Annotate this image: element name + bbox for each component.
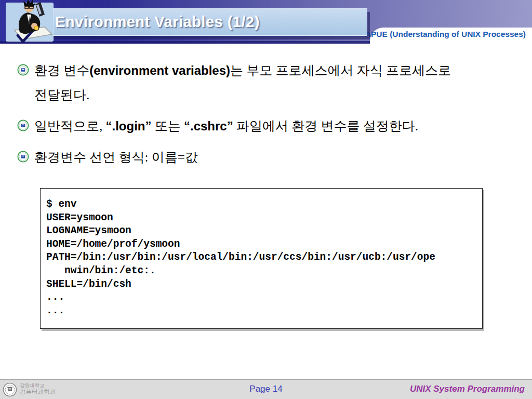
bullet-list: 환경 변수(environment variables)는 부모 프로세스에서 … [17,58,516,176]
bullet-text: 환경 변수(environment variables)는 부모 프로세스에서 … [34,58,451,107]
course-subtitle: APUE (Understanding of UNIX Processes) [365,30,526,39]
university-emblem-icon [17,64,29,78]
terminal-output-box: $ env USER=ysmoon LOGNAME=ysmoon HOME=/h… [40,188,483,329]
person-writing-icon [2,0,56,46]
bullet-item: 환경변수 선언 형식: 이름=값 [17,145,516,169]
bullet-text: 환경변수 선언 형식: 이름=값 [34,145,198,169]
title-bar: Environment Variables (1/2) [18,8,367,36]
footer-bar: 강원대학교 컴퓨터과학과 Page 14 UNIX System Program… [0,379,532,399]
slide: APUE (Understanding of UNIX Processes) E… [0,0,532,399]
course-name: UNIX System Programming [410,384,525,394]
bullet-item: 일반적으로, “.login” 또는 “.cshrc” 파일에서 환경 변수를 … [17,114,516,138]
bullet-text: 일반적으로, “.login” 또는 “.cshrc” 파일에서 환경 변수를 … [34,114,418,138]
header-banner: APUE (Understanding of UNIX Processes) E… [0,0,532,44]
bullet-item: 환경 변수(environment variables)는 부모 프로세스에서 … [17,58,516,107]
university-emblem-icon [17,119,29,134]
university-emblem-icon [17,151,29,165]
page-title: Environment Variables (1/2) [55,14,260,31]
terminal-output-text: $ env USER=ysmoon LOGNAME=ysmoon HOME=/h… [41,189,482,317]
